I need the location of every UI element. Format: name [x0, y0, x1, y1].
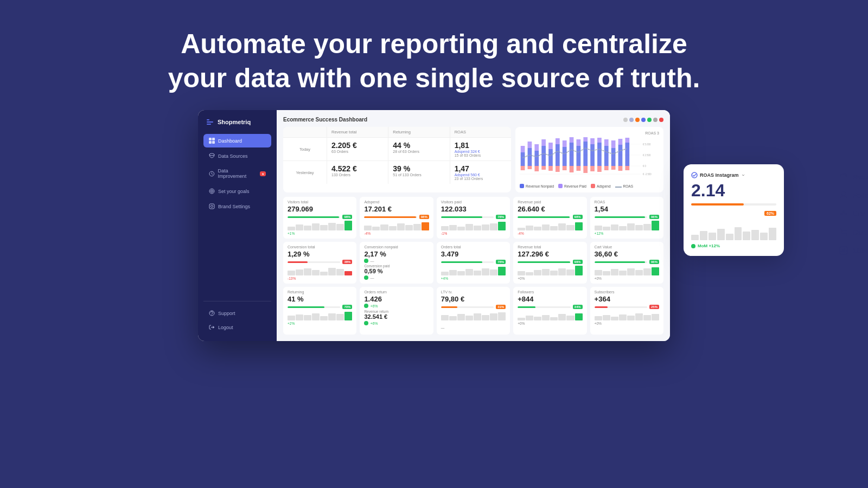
datasources-icon: [209, 153, 215, 159]
popup-bar-fill: [691, 203, 744, 206]
logo-icon: [206, 118, 214, 126]
kpi-row-1: Visitors total 279.069 98%: [283, 197, 663, 239]
legend-item-roas: ROAS: [615, 184, 633, 188]
kpi-cart-value: Cart Value 36,60 € 96%: [590, 242, 663, 284]
kpi-badge: 98%: [419, 215, 429, 219]
popup-title: ROAS Instagram: [691, 172, 745, 178]
kpi-delta: +0%: [595, 277, 659, 280]
kpi-delta: +0%: [518, 277, 582, 280]
popup-header: ROAS Instagram: [691, 172, 776, 178]
sidebar-item-datasources[interactable]: Data Sources: [203, 149, 271, 163]
svg-rect-45: [590, 138, 595, 144]
period-sub-yesterday-roas-adspend: Adspend 560 €: [455, 173, 507, 177]
svg-rect-24: [556, 144, 560, 166]
chart-section: ROAS 3: [515, 127, 663, 192]
svg-rect-33: [618, 145, 623, 166]
svg-rect-54: [541, 166, 546, 170]
header-icons: [623, 118, 663, 122]
svg-rect-29: [590, 144, 595, 166]
chevron-down-icon: [741, 173, 745, 177]
header-dot-6: [653, 118, 658, 122]
kpi-badge: 98%: [573, 215, 583, 219]
header-dot-5: [647, 118, 652, 122]
sidebar-item-goals[interactable]: Set your goals: [203, 184, 271, 198]
sidebar-item-logout[interactable]: Logout: [203, 321, 271, 333]
kpi-label: Revenue paid: [518, 200, 582, 204]
svg-rect-48: [611, 140, 616, 148]
legend-item-adspend: Adspend: [591, 184, 611, 188]
svg-rect-1: [207, 121, 213, 123]
kpi-icon: [839, 246, 848, 255]
svg-text:€ 5.000: € 5.000: [643, 143, 651, 146]
header-dot-1: [623, 118, 628, 122]
kpi-label: Cart Value: [595, 245, 659, 249]
svg-rect-64: [611, 166, 616, 170]
kpi-sub-value: 32.541 €: [364, 313, 429, 320]
sidebar-item-support[interactable]: Support: [203, 307, 271, 319]
kpi-conversion-nonpaid: Conversion nonpaid 2,17 % — Conversion p…: [360, 242, 433, 284]
kpi-delta: +2%: [288, 322, 352, 325]
kpi-subscribers: Subscribers +364 25%: [590, 287, 663, 335]
chart-legend: Revenue Nonpaid Revenue Paid Adspend: [520, 184, 659, 188]
kpi-value: 3.479: [441, 250, 506, 258]
kpi-value: 1.426: [364, 295, 429, 303]
popup-value: 2.14: [691, 182, 776, 199]
kpi-row-2: Conversion total 1,29 % 38%: [283, 242, 663, 284]
svg-point-13: [211, 206, 213, 208]
dashboard-card: Shopmetriq Dashboard Data Sources Data I…: [198, 110, 670, 341]
kpi-value: +364: [595, 295, 659, 303]
kpi-delta: -4%: [518, 232, 582, 235]
kpi-label: Followers: [518, 290, 582, 294]
kpi-delta: +1%: [288, 232, 352, 235]
svg-rect-62: [597, 166, 602, 172]
svg-rect-49: [618, 139, 623, 145]
svg-rect-50: [625, 138, 629, 143]
kpi-delta: —: [441, 326, 445, 330]
main-header: Ecommerce Success Dashboard: [283, 117, 663, 123]
side-label-cart: Cart Value: [839, 228, 868, 236]
roas-icon: [691, 172, 698, 178]
kpi-label: Visitors total: [288, 200, 352, 204]
period-cell-today-returning: 44 % 28 of 63 Orders: [388, 138, 449, 160]
svg-point-7: [209, 153, 214, 156]
period-cell-yesterday-roas: 1,47 Adspend 560 € 23 of 133 Orders: [450, 161, 511, 184]
hero-title: Automate your reporting and centralize y…: [168, 27, 700, 95]
svg-rect-58: [570, 166, 574, 172]
svg-rect-56: [556, 166, 560, 172]
kpi-value: 17.201 €: [364, 205, 429, 213]
header-dot-4: [641, 118, 646, 122]
kpi-delta: -4%: [364, 232, 429, 235]
kpi-label: Conversion nonpaid: [364, 245, 429, 249]
side-label-follower: Follower: [839, 191, 868, 200]
svg-rect-4: [212, 138, 215, 140]
sidebar-item-dashboard[interactable]: Dashboard: [203, 134, 271, 147]
goals-icon: [209, 188, 215, 194]
sidebar-item-brand-label: Brand Settings: [218, 204, 250, 209]
kpi-value: 2,17 %: [364, 250, 429, 258]
svg-rect-35: [521, 146, 525, 152]
svg-rect-65: [618, 166, 623, 171]
kpi-delta: +4%: [441, 277, 506, 280]
period-value-yesterday-roas: 1,47: [455, 164, 507, 173]
period-value-yesterday-revenue: 4.522 €: [331, 164, 384, 173]
svg-point-79: [845, 234, 847, 236]
sidebar-item-brand[interactable]: Brand Settings: [203, 200, 271, 213]
sidebar-item-improvement[interactable]: Data Improvement ★: [203, 164, 271, 183]
kpi-revenue-total: Revenue total 127.296 € 99%: [513, 242, 586, 284]
sidebar: Shopmetriq Dashboard Data Sources Data I…: [198, 110, 277, 341]
period-value-today-roas: 1,81: [455, 141, 507, 150]
kpi-value: 79,80 €: [441, 295, 506, 303]
period-cell-today-revenue: 2.205 € 63 Orders: [327, 138, 388, 160]
svg-rect-37: [534, 144, 539, 151]
svg-rect-26: [570, 143, 574, 166]
period-and-chart: Revenue total Returning ROAS Today 2.205…: [283, 127, 663, 192]
period-row-today: Today 2.205 € 63 Orders 44 % 28 of 63 Or…: [283, 138, 511, 161]
period-value-today-revenue: 2.205 €: [331, 141, 384, 150]
sidebar-item-goals-label: Set your goals: [218, 189, 250, 194]
kpi-label: Orders total: [441, 245, 506, 249]
svg-rect-39: [548, 143, 553, 149]
period-sub-yesterday-returning: 51 of 133 Orders: [393, 173, 445, 177]
logout-icon: [209, 324, 215, 330]
svg-point-72: [842, 192, 846, 196]
svg-rect-28: [583, 142, 588, 166]
